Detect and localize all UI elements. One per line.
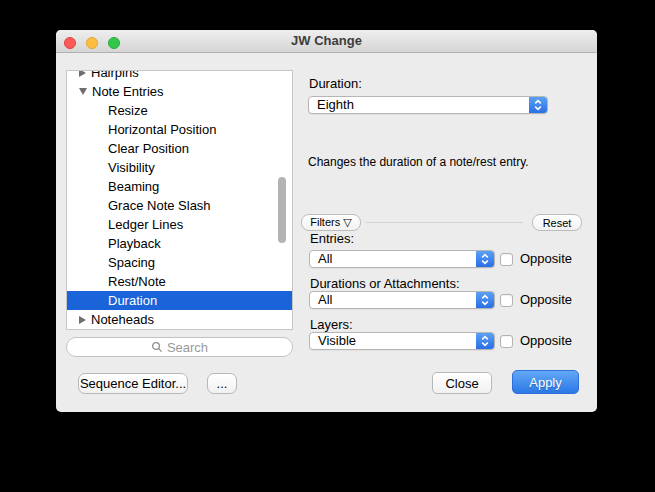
list-item-label: Beaming (108, 177, 159, 196)
entries-popup-value: All (310, 251, 476, 267)
layers-opposite-checkbox[interactable] (500, 335, 513, 348)
list-item-label: Visibility (108, 158, 155, 177)
list-item[interactable]: Playback (67, 234, 292, 253)
list-item-label: Note Entries (92, 82, 164, 101)
duration-description: Changes the duration of a note/rest entr… (308, 155, 529, 169)
list-item[interactable]: Spacing (67, 253, 292, 272)
list-item[interactable]: Beaming (67, 177, 292, 196)
list-item-label: Horizontal Position (108, 120, 216, 139)
filters-button[interactable]: Filters ▽ (301, 214, 361, 231)
category-rows: HairpinsNote EntriesResizeHorizontal Pos… (67, 70, 292, 329)
durations-popup[interactable]: All (309, 291, 495, 309)
list-item-label: Spacing (108, 253, 155, 272)
disclosure-expanded-icon[interactable] (79, 88, 87, 95)
list-item[interactable]: Grace Note Slash (67, 196, 292, 215)
list-item[interactable]: Noteheads (67, 310, 292, 329)
list-item-label: Ledger Lines (108, 215, 183, 234)
list-item-label: Clear Position (108, 139, 189, 158)
list-item-label: Grace Note Slash (108, 196, 211, 215)
durations-popup-value: All (310, 292, 476, 308)
search-input[interactable]: Search (66, 337, 293, 357)
list-item[interactable]: Duration (67, 291, 292, 310)
entries-opposite-label: Opposite (520, 252, 572, 266)
title-bar[interactable]: JW Change (56, 30, 597, 53)
list-item[interactable]: Hairpins (67, 70, 292, 82)
popup-stepper-icon (476, 333, 494, 349)
entries-label: Entries: (310, 231, 354, 246)
list-item[interactable]: Rest/Note (67, 272, 292, 291)
list-item[interactable]: Ledger Lines (67, 215, 292, 234)
list-item-label: Duration (108, 291, 157, 310)
list-item-label: Resize (108, 101, 148, 120)
list-item[interactable]: Note Entries (67, 82, 292, 101)
layers-popup-value: Visible (310, 333, 476, 349)
list-item-label: Rest/Note (108, 272, 166, 291)
duration-label: Duration: (309, 76, 362, 91)
durations-label: Durations or Attachments: (310, 276, 460, 291)
layers-opposite-label: Opposite (520, 334, 572, 348)
layers-popup[interactable]: Visible (309, 332, 495, 350)
list-item-label: Noteheads (91, 310, 154, 329)
window-title: JW Change (56, 30, 597, 52)
search-icon (151, 341, 163, 353)
sequence-editor-button[interactable]: Sequence Editor... (78, 373, 188, 394)
popup-stepper-icon (476, 292, 494, 308)
duration-popup-value: Eighth (309, 97, 529, 113)
list-item[interactable]: Resize (67, 101, 292, 120)
disclosure-collapsed-icon[interactable] (79, 70, 86, 77)
list-item[interactable]: Horizontal Position (67, 120, 292, 139)
jw-change-window: JW Change HairpinsNote EntriesResizeHori… (56, 30, 597, 412)
disclosure-collapsed-icon[interactable] (79, 316, 86, 324)
list-item[interactable]: Visibility (67, 158, 292, 177)
duration-popup[interactable]: Eighth (308, 96, 548, 114)
close-button[interactable]: Close (432, 372, 492, 394)
search-placeholder: Search (167, 340, 208, 355)
apply-button[interactable]: Apply (512, 370, 579, 394)
entries-opposite-checkbox[interactable] (500, 253, 513, 266)
more-options-button[interactable]: ... (207, 373, 237, 394)
scrollbar-thumb[interactable] (278, 177, 286, 243)
durations-opposite-label: Opposite (520, 293, 572, 307)
layers-label: Layers: (310, 317, 353, 332)
durations-opposite-checkbox[interactable] (500, 294, 513, 307)
list-item[interactable]: Clear Position (67, 139, 292, 158)
filters-divider (366, 222, 523, 223)
entries-popup[interactable]: All (309, 250, 495, 268)
category-list[interactable]: HairpinsNote EntriesResizeHorizontal Pos… (66, 70, 293, 330)
popup-stepper-icon (529, 97, 547, 113)
popup-stepper-icon (476, 251, 494, 267)
reset-button[interactable]: Reset (532, 214, 582, 231)
list-item-label: Hairpins (91, 70, 139, 82)
list-item-label: Playback (108, 234, 161, 253)
